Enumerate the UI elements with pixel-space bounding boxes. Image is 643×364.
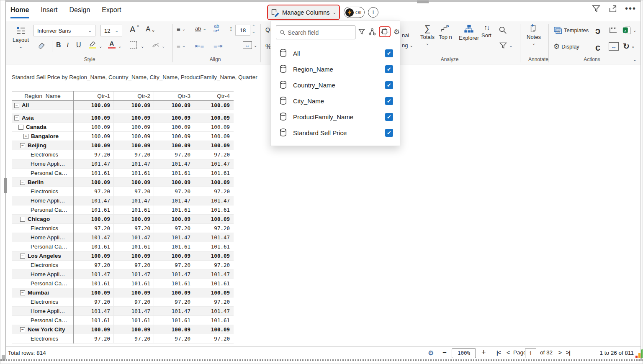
table-row[interactable]: −New York City100.09100.09100.09100.09 [12,325,234,334]
value-cell[interactable]: 100.09 [73,288,113,297]
chevron-down-icon[interactable]: ⌄ [162,44,165,49]
value-cell[interactable]: 100.09 [154,251,194,260]
expand-icon[interactable]: + [23,134,28,139]
value-cell[interactable]: 97.20 [73,261,113,269]
font-color-icon[interactable]: A [108,41,116,49]
table-row[interactable]: −Chicago100.09100.09100.09100.09 [12,215,234,224]
prev-page-button[interactable]: < [507,349,509,356]
value-cell[interactable]: 101.61 [113,169,154,177]
column-header[interactable]: Qtr-4 [194,92,233,100]
value-cell[interactable]: 100.09 [194,178,233,187]
value-cell[interactable]: 101.61 [113,205,154,214]
excel-export-icon[interactable]: x ⌄ [622,26,636,35]
column-header[interactable]: Region_Name [12,92,73,100]
ribbon-filter-icon[interactable]: ⌄ [499,41,512,50]
value-cell[interactable]: 100.09 [113,288,154,297]
value-cell[interactable]: 101.61 [154,279,194,288]
value-cell[interactable]: 100.09 [194,215,233,223]
table-row[interactable]: Electronics97.2097.2097.2097.20 [12,224,234,233]
value-cell[interactable]: 101.47 [194,233,233,242]
format-painter-icon[interactable] [38,41,46,50]
value-cell[interactable]: 97.20 [154,334,194,343]
value-cell[interactable]: 100.09 [154,113,194,122]
display-button[interactable]: ⚙ Display [553,42,579,51]
field-row[interactable]: City_Name ✔ [271,93,400,109]
value-cell[interactable]: 100.09 [73,325,113,334]
value-cell[interactable]: 101.47 [194,307,233,315]
value-cell[interactable]: 101.47 [154,233,194,242]
value-cell[interactable]: 101.61 [113,316,154,325]
table-row[interactable]: Personal Ca…101.61101.61101.61101.61 [12,242,234,251]
value-cell[interactable]: 97.20 [73,297,113,306]
page-number-input[interactable]: 1 [525,349,536,358]
value-cell[interactable]: 100.09 [194,141,233,150]
table-row[interactable]: Home Appli…101.47101.47101.47101.47 [12,196,234,205]
tab-export[interactable]: Export [102,6,121,18]
field-row[interactable]: ProductFamily_Name ✔ [271,109,400,125]
totals-button[interactable]: ∑ Totals ⌄ [420,24,435,46]
value-cell[interactable]: 100.09 [113,251,154,260]
field-row[interactable]: Region_Name ✔ [271,61,400,77]
value-cell[interactable]: 97.20 [154,150,194,159]
search-data-icon[interactable] [498,26,507,35]
collapse-icon[interactable]: − [20,254,25,259]
chevron-down-icon[interactable]: ⌄ [118,44,121,49]
zoom-in-button[interactable]: + [481,348,486,357]
value-cell[interactable]: 101.47 [113,270,154,279]
panel-settings-icon[interactable]: ⚙ [394,28,400,36]
value-cell[interactable]: 101.61 [73,169,113,177]
decrease-font-icon[interactable]: A˅ [146,25,154,33]
value-cell[interactable]: 101.61 [194,242,233,251]
value-cell[interactable]: 100.09 [113,132,154,141]
value-cell[interactable]: 97.20 [113,334,154,343]
field-row[interactable]: All ✔ [271,45,400,61]
field-row[interactable]: Country_Name ✔ [271,77,400,93]
templates-button[interactable]: Templates [553,26,589,34]
value-cell[interactable]: 100.09 [113,178,154,187]
table-row[interactable]: Electronics97.2097.2097.2097.20 [12,150,234,159]
column-width-icon[interactable]: ↔ ⌄ [243,41,257,49]
value-cell[interactable]: 100.09 [194,101,233,110]
checkbox-checked-icon[interactable]: ✔ [385,129,393,137]
value-cell[interactable]: 100.09 [113,113,154,122]
focus-mode-icon[interactable] [608,4,617,13]
value-cell[interactable]: 101.47 [73,307,113,315]
collapse-icon[interactable]: − [20,327,25,332]
value-cell[interactable]: 101.61 [73,316,113,325]
value-cell[interactable]: 100.09 [194,123,233,131]
checkbox-checked-icon[interactable]: ✔ [385,65,393,73]
layout-button[interactable]: Layout ⌄ [13,26,29,49]
collapse-icon[interactable]: − [20,180,25,185]
value-cell[interactable]: 100.09 [73,123,113,131]
value-cell[interactable]: 101.47 [154,307,194,315]
value-cell[interactable]: 101.47 [194,270,233,279]
value-cell[interactable]: 97.20 [194,261,233,269]
value-cell[interactable]: 100.09 [154,325,194,334]
value-cell[interactable]: 101.61 [194,169,233,177]
font-family-select[interactable]: Inforiver Sans⌄ [33,25,95,36]
collapse-ribbon-icon[interactable]: ⌄ [633,57,636,62]
collapse-icon[interactable]: − [18,125,23,130]
value-cell[interactable]: 100.09 [194,113,233,122]
search-input[interactable] [288,29,352,36]
tab-home[interactable]: Home [10,6,29,18]
increase-indent-icon[interactable]: ≡⇥ [213,42,222,50]
table-row[interactable]: Home Appli…101.47101.47101.47101.47 [12,270,234,279]
column-header[interactable]: Qtr-2 [113,92,154,100]
table-row[interactable]: Electronics97.2097.2097.2097.20 [12,261,234,270]
value-cell[interactable]: 100.09 [73,178,113,187]
decrease-indent-icon[interactable]: ⇤≡ [195,42,204,50]
table-row[interactable]: Home Appli…101.47101.47101.47101.47 [12,307,234,316]
table-row[interactable]: −Los Angeles100.09100.09100.09100.09 [12,251,234,261]
collapse-icon[interactable]: − [14,115,19,120]
checkbox-checked-icon[interactable]: ✔ [385,97,393,105]
value-cell[interactable]: 100.09 [194,325,233,334]
tab-insert[interactable]: Insert [41,6,57,18]
explorer-button[interactable]: Explorer [459,25,479,41]
bold-button[interactable]: B [56,41,61,49]
checkbox-checked-icon[interactable]: ✔ [385,81,393,89]
value-cell[interactable]: 97.20 [154,261,194,269]
value-cell[interactable]: 100.09 [73,132,113,141]
collapse-icon[interactable]: − [20,290,25,295]
table-row[interactable]: Electronics97.2097.2097.2097.20 [12,297,234,307]
